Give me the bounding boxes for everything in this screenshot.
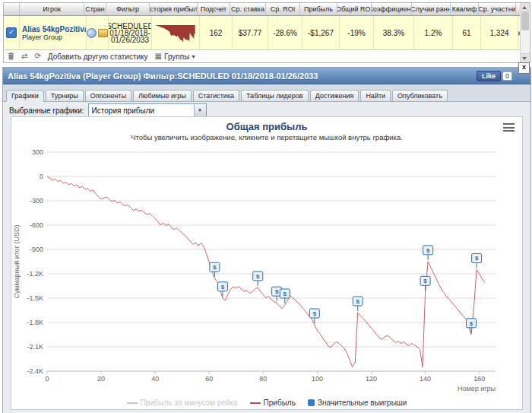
- significant-win-flag[interactable]: $: [423, 246, 433, 260]
- country-flag-icon: [87, 28, 97, 38]
- header-player[interactable]: Игрок: [20, 3, 84, 15]
- svg-text:$: $: [283, 291, 287, 297]
- tab-opponents[interactable]: Оппоненты: [85, 90, 131, 101]
- refresh-icon[interactable]: ⟳: [34, 52, 40, 60]
- early-finishes-cell: 1.2%: [414, 16, 453, 49]
- tab-publish[interactable]: Опубликовать: [392, 90, 448, 101]
- player-name-link[interactable]: Alias 54kgPozitiva: [22, 25, 87, 33]
- header-av-stake[interactable]: Ср. ставка: [230, 3, 266, 15]
- header-country[interactable]: Стран: [84, 3, 106, 15]
- player-panel: x Alias 54kgPozitiva (Player Group) Филь…: [2, 67, 531, 413]
- y-tick-label: -2.1K: [27, 343, 43, 351]
- sparkline-area: [155, 25, 195, 43]
- chart-select-value: История прибыли: [92, 106, 154, 115]
- ability-cell: 38.3%: [374, 16, 414, 49]
- legend-item[interactable]: Прибыль за минусом рейка: [127, 399, 238, 407]
- grid-icon: ▦: [155, 52, 162, 60]
- x-tick-label: 160: [473, 375, 485, 383]
- significant-win-flag[interactable]: $: [280, 289, 290, 303]
- caret-down-icon: ▾: [192, 53, 195, 60]
- table-toolbar: ⇄ ⟳ Добавить другую статистику ▦ Группы …: [4, 50, 521, 62]
- x-tick-label: 120: [366, 375, 377, 383]
- x-tick-label: 60: [205, 375, 213, 383]
- svg-text:$: $: [470, 320, 473, 327]
- profit-history-cell[interactable]: [152, 16, 200, 49]
- profit-history-sparkline[interactable]: [154, 22, 197, 43]
- total-roi-cell: -19%: [340, 16, 374, 49]
- y-tick-label: -1.5K: [27, 294, 43, 302]
- table-scrollbar[interactable]: [520, 3, 530, 62]
- header-ability[interactable]: Коэффициент: [372, 3, 412, 15]
- significant-win-flag[interactable]: $: [420, 276, 430, 291]
- tab-leaderboards[interactable]: Таблицы лидеров: [241, 90, 309, 101]
- checkbox-cell: ✓: [4, 16, 20, 49]
- tab-charts[interactable]: Графики: [6, 90, 44, 102]
- header-qualify[interactable]: Квалиф: [451, 3, 479, 15]
- qualify-cell: 61: [453, 16, 481, 49]
- significant-win-flag[interactable]: $: [210, 262, 220, 277]
- chart-legend: Прибыль за минусом рейкаПрибыльЗначитель…: [11, 399, 522, 407]
- facebook-like-count: 0: [502, 71, 512, 81]
- tab-find[interactable]: Найти: [360, 90, 391, 101]
- svg-text:$: $: [313, 310, 317, 317]
- tab-favorite-games[interactable]: Любимые игры: [133, 90, 192, 101]
- significant-win-flag[interactable]: $: [472, 253, 482, 268]
- svg-text:$: $: [475, 255, 479, 262]
- add-statistic-link[interactable]: Добавить другую статистику: [48, 52, 148, 61]
- significant-win-flag[interactable]: $: [467, 319, 477, 333]
- header-count[interactable]: Подсчет: [198, 3, 230, 15]
- legend-label: Прибыль: [264, 399, 296, 407]
- legend-item[interactable]: Прибыль: [250, 399, 296, 407]
- groups-label: Группы: [164, 52, 189, 61]
- chart-menu-icon[interactable]: [503, 123, 515, 132]
- chart-title: Общая прибыль: [11, 121, 522, 132]
- x-tick-label: 140: [420, 375, 431, 383]
- profit-chart[interactable]: 3000-300-600-900-1.2K-1.5K-1.8K-2.1K-2.4…: [12, 146, 521, 397]
- table-row: ✓ Alias 54kgPozitiva Player Group SCHEDU…: [4, 16, 521, 50]
- header-profit-history[interactable]: История прибыли: [150, 3, 198, 15]
- header-total-roi[interactable]: Общий ROI: [337, 3, 372, 15]
- header-filter[interactable]: Фильтр: [106, 3, 150, 15]
- facebook-like-button[interactable]: Like: [477, 71, 501, 81]
- profit-cell: -$1,267: [302, 16, 340, 49]
- check-icon: ✓: [8, 28, 14, 36]
- chart-subtitle: Чтобы увеличить изображение, кликните и …: [11, 133, 522, 141]
- scroll-down-button[interactable]: [521, 53, 530, 62]
- header-checkbox-column: [4, 3, 20, 15]
- panel-close-button[interactable]: x: [518, 62, 530, 74]
- scroll-up-button[interactable]: [521, 3, 530, 12]
- y-tick-label: 300: [32, 148, 43, 156]
- tab-tournaments[interactable]: Турниры: [46, 90, 84, 101]
- significant-win-flag[interactable]: $: [353, 297, 363, 311]
- av-stake-cell: $37.77: [233, 16, 268, 49]
- svg-text:$: $: [221, 284, 225, 291]
- country-cell: [87, 16, 109, 49]
- legend-line-icon: [127, 402, 138, 404]
- x-axis-title: Номер игры: [458, 385, 496, 392]
- y-tick-label: -1.2K: [27, 270, 43, 278]
- trash-icon[interactable]: [8, 52, 14, 60]
- selected-charts-label: Выбранные графики:: [9, 106, 84, 115]
- significant-win-flag[interactable]: $: [253, 272, 263, 286]
- scrollbar-thumb[interactable]: [521, 12, 529, 30]
- table-header-row: Игрок Стран Фильтр История прибыли Подсч…: [4, 3, 521, 16]
- y-tick-label: -1.8K: [27, 319, 43, 326]
- legend-label: Значительные выигрыши: [318, 399, 407, 407]
- header-early-finishes[interactable]: Случаи ранн: [412, 3, 451, 15]
- compare-icon[interactable]: ⇄: [21, 52, 27, 60]
- header-av-entrants[interactable]: Ср. участни: [479, 3, 516, 15]
- groups-menu-button[interactable]: ▦ Группы ▾: [155, 52, 195, 61]
- header-profit[interactable]: Прибыль: [300, 3, 337, 15]
- legend-item[interactable]: Значительные выигрыши: [308, 399, 407, 407]
- significant-win-flag[interactable]: $: [218, 282, 228, 297]
- y-tick-label: -600: [30, 221, 43, 229]
- add-statistic-label: Добавить другую статистику: [48, 52, 148, 61]
- significant-win-flag[interactable]: $: [309, 309, 319, 323]
- tab-achievements[interactable]: Достижения: [310, 90, 359, 101]
- tab-statistics[interactable]: Статистика: [193, 90, 239, 101]
- panel-title: Alias 54kgPozitiva (Player Group) Фильтр…: [8, 71, 477, 81]
- header-av-roi[interactable]: Ср. ROI: [266, 3, 300, 15]
- chart-container: Общая прибыль Чтобы увеличить изображени…: [11, 116, 523, 410]
- player-row-checkbox[interactable]: ✓: [6, 27, 17, 38]
- chart-select[interactable]: История прибыли ▾: [88, 103, 207, 117]
